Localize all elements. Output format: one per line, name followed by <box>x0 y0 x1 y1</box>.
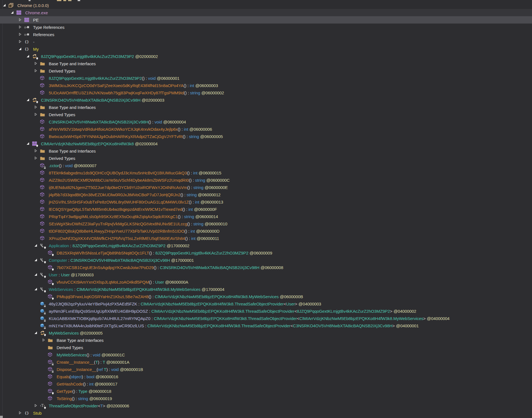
node-class[interactable]: C3NSRKO4OV5VH8NwbXTA8icBAQNSB2iXj3Cv98H … <box>0 96 532 104</box>
expander-expanded-icon[interactable] <box>34 288 38 291</box>
node-property-getter[interactable]: DB25XRqWVlhSNissLeTjaQb89hbSNqitOQc1FLT(… <box>0 249 532 256</box>
class-icon <box>32 54 38 59</box>
node-field[interactable]: KUo1ABBXMKTIOBKjqBpzb7AUH8UL27mRYNQApZ0 … <box>0 315 532 322</box>
node-method[interactable]: Create__Instance__(T) : T @0600001A <box>0 358 532 366</box>
node-method[interactable]: BwtxcazlxWHSp67FYNNt4Jg4OubIHARhKyXRAdpt… <box>0 133 532 140</box>
expander-collapsed-icon[interactable] <box>34 113 38 116</box>
tree-node-label: References <box>33 32 54 37</box>
expander-collapsed-icon[interactable] <box>18 33 22 36</box>
node-class[interactable]: 8JZQ9PqqoGextKLmjgtBv4kKAcZurZ2hO3MZ9P2 … <box>0 53 532 60</box>
node-method[interactable]: PRqrTq4Y3w8jpgIMiLsls0ph9SKXz8EX5sOcuj6k… <box>0 213 532 220</box>
tree-node-label: ij9UENdut82NJgemZT50ZJue7dp0keOYCb9YU2oi… <box>49 185 228 190</box>
node-method[interactable]: .cctor() : void @06000007 <box>0 162 532 169</box>
expander-collapsed-icon[interactable] <box>42 338 45 342</box>
node-method[interactable]: 8JZQ9PqqoGextKLmjgtBv4kKAcZurZ2hO3MZ9P2(… <box>0 74 532 82</box>
node-method[interactable]: XPruzDwNfJDgXKX4VOfdWfkCHZPbfVqT5sLZeRlM… <box>0 235 532 242</box>
expander-expanded-icon[interactable] <box>18 47 22 51</box>
tree-node-label: Base Type and Interfaces <box>49 148 96 154</box>
node-property[interactable]: Application : 8JZQ9PqqoGextKLmjgtBv4kKAc… <box>0 242 532 249</box>
expander-collapsed-icon[interactable] <box>34 69 38 73</box>
node-chrome-exe-module[interactable]: Chrome.exe <box>0 9 532 16</box>
node-generic-class[interactable]: ‹T›ThreadSafeObjectProvider<T> @02000006 <box>0 402 532 409</box>
expander-expanded-icon[interactable] <box>34 244 38 247</box>
tree-node-label: Derived Types <box>49 156 75 161</box>
method-icon <box>40 214 45 219</box>
node-method[interactable]: GetHashCode() : int @06000017 <box>0 380 532 387</box>
node-field[interactable]: mN1Yw7X8UMA4nJoibhl0teFJXTgSLwCR9DzlLUS … <box>0 322 532 329</box>
node-folder-base-types[interactable]: Base Type and Interfaces <box>0 147 532 155</box>
node-folder-base-types[interactable]: Base Type and Interfaces <box>0 104 532 111</box>
node-method[interactable]: Equals(object) : bool @06000016 <box>0 373 532 380</box>
node-method[interactable]: t0DF802QBskjQ8bBeHLRwyyZHnpiYveU77XbFbTa… <box>0 227 532 235</box>
node-pe[interactable]: PE <box>0 16 532 24</box>
node-method[interactable]: 5UDcAWOrHffEU3Z1INJVKNswbh75gj83PwjKxqFw… <box>0 89 532 96</box>
expander-expanded-icon[interactable] <box>26 142 30 145</box>
expander-collapsed-icon[interactable] <box>34 404 38 407</box>
expander-collapsed-icon[interactable] <box>34 149 38 153</box>
folder-icon <box>40 112 45 117</box>
node-namespace-dash[interactable]: {}- <box>0 38 532 45</box>
node-property-getter[interactable]: vfvuIvCCKt9AmYxnOXlspJLqMoLzoAO4kdl5PQM(… <box>0 278 532 286</box>
node-method[interactable]: lEC6QSYgwQ8pL5TatVM85m6Ub4wzBqjepzdAtErx… <box>0 206 532 213</box>
expander-expanded-icon[interactable] <box>26 55 30 58</box>
expander-expanded-icon[interactable] <box>34 258 38 262</box>
node-method[interactable]: SEsWgX5kvDWhIZZ3IaFyuTnRpvjVkMgGLKSNcQGt… <box>0 220 532 227</box>
node-class[interactable]: ClMIArrVdzjKNbzNwM5Eb8bjzEPQKKo8H4fW3k8 … <box>0 140 532 147</box>
node-method[interactable]: ij9UENdut82NJgemZT50ZJue7dp0keOYCb9YU2oi… <box>0 184 532 191</box>
node-method[interactable]: Dispose__Instance__(ref T) : void @06000… <box>0 366 532 373</box>
node-property[interactable]: Computer : C3NSRKO4OV5VH8NwbXTA8icBAQNSB… <box>0 256 532 264</box>
node-property-getter[interactable]: 7b07XCSB1CegUE3nSsAgdpgYKCwsbJoiw7PoD29(… <box>0 264 532 271</box>
node-folder-base-types[interactable]: Base Type and Interfaces <box>0 337 532 344</box>
tree-node-label: Derived Types <box>49 68 75 74</box>
node-method[interactable]: MyWebServices() : void @0600001C <box>0 351 532 358</box>
namespace-icon: {} <box>24 410 30 416</box>
node-folder-derived-types[interactable]: Derived Types <box>0 111 532 118</box>
tree-node-label: C3NSRKO4OV5VH8NwbXTA8icBAQNSB2iXj3Cv98H(… <box>49 119 186 125</box>
generic-type-icon: ‹T› <box>40 403 45 408</box>
node-method[interactable]: C3NSRKO4OV5VH8NwbXTA8icBAQNSB2iXj3Cv98H(… <box>0 118 532 125</box>
node-method[interactable]: ToString() : string @06000019 <box>0 395 532 402</box>
expander-collapsed-icon[interactable] <box>18 40 22 43</box>
node-property[interactable]: User : User @17000003 <box>0 271 532 278</box>
node-field[interactable]: ayINm3FLvnEBpQs9SmUgUpfIXiWEU4GBH9pDOSZ … <box>0 307 532 315</box>
expander-collapsed-icon[interactable] <box>18 411 22 415</box>
tree-node-label: j4pf5b7d33qodBtQ6n38vEZDkUDlw0R0JxJtMVoC… <box>49 192 221 197</box>
expander-collapsed-icon[interactable] <box>18 25 22 29</box>
reference-icon <box>24 32 30 37</box>
node-method[interactable]: afYeVW92V1btwpVdRduHIfoicAGK0WkoYCXJqK4r… <box>0 125 532 133</box>
expander-collapsed-icon[interactable] <box>34 106 38 109</box>
tree-node-label: MyWebServices() : void @0600001C <box>57 352 125 358</box>
expander-expanded-icon[interactable] <box>11 11 14 14</box>
node-method[interactable]: j4pf5b7d33qodBtQ6n38vEZDkUDlw0R0JxJtMVoC… <box>0 191 532 198</box>
node-method[interactable]: jHZGVIhLShSHSFx0ubTxPe8zOW6L8ry0WUHF80rD… <box>0 198 532 206</box>
expander-expanded-icon[interactable] <box>3 4 6 7</box>
node-chrome-assembly[interactable]: Chrome (1.0.0.0) <box>0 2 532 9</box>
node-folder-base-types[interactable]: Base Type and Interfaces <box>0 60 532 67</box>
expander-expanded-icon[interactable] <box>34 331 38 335</box>
node-folder-derived-types[interactable]: Derived Types <box>0 344 532 351</box>
module-icon <box>32 141 38 146</box>
node-method[interactable]: 8TEkHk6abgxdmu1ds9QDHCcQUBOydJ3cXmu5nHcB… <box>0 169 532 176</box>
expander-collapsed-icon[interactable] <box>34 62 38 65</box>
expander-collapsed-icon[interactable] <box>18 18 22 22</box>
node-property-getter[interactable]: PMtujql3FrwxLkqKOSRYaHnZ1KlszL5Be7wZAH8(… <box>0 293 532 300</box>
node-type-references[interactable]: Type References <box>0 24 532 31</box>
node-folder-derived-types[interactable]: Derived Types <box>0 67 532 74</box>
tree-node-label: ToString() : string @06000019 <box>57 396 112 401</box>
node-field[interactable]: 46y2JtQBi2qzPyluuV4eYBePivj4zPX5AEd5FZK … <box>0 300 532 307</box>
expander-expanded-icon[interactable] <box>26 98 30 102</box>
node-class[interactable]: MyWebServices @02000005 <box>0 329 532 337</box>
expander-collapsed-icon[interactable] <box>34 157 38 160</box>
node-namespace-stub[interactable]: {}Stub <box>0 409 532 417</box>
node-references[interactable]: References <box>0 31 532 38</box>
node-method[interactable]: AiZZ8o2USWBCXMfOWt6bCUaYe5tuVSchf4DybeAk… <box>0 176 532 184</box>
node-method[interactable]: GetType() : Type @06000018 <box>0 387 532 395</box>
node-folder-derived-types[interactable]: Derived Types <box>0 155 532 162</box>
clipped-text-fragment <box>63 0 66 1</box>
node-method[interactable]: 3WlM3cuJKrKCQzCO0dYSaFjZeeXoeoSdKyRqE43t… <box>0 82 532 89</box>
expander-expanded-icon[interactable] <box>34 273 38 276</box>
node-property[interactable]: WebServices : ClMIArrVdzjKNbzNwM5Eb8bjzE… <box>0 286 532 293</box>
tree-node-label: PMtujql3FrwxLkqKOSRYaHnZ1KlszL5Be7wZAH8(… <box>57 294 303 299</box>
tree-node-label: 7b07XCSB1CegUE3nSsAgdpgYKCwsbJoiw7PoD29(… <box>57 265 283 270</box>
node-namespace-my[interactable]: {}My <box>0 45 532 53</box>
